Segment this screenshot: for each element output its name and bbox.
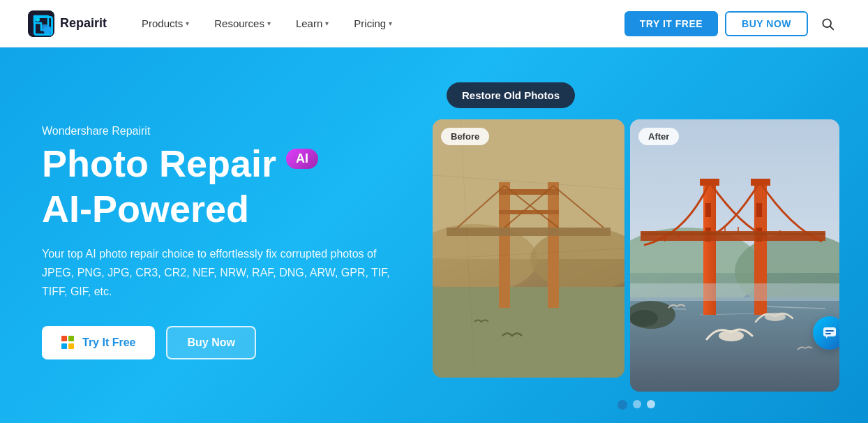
products-chevron: ▾ xyxy=(186,20,189,27)
chat-bubble-icon[interactable] xyxy=(813,316,839,350)
svg-rect-1 xyxy=(42,24,49,31)
svg-rect-23 xyxy=(433,119,624,378)
resources-label: Resources xyxy=(214,17,264,29)
search-button[interactable] xyxy=(815,11,840,36)
ai-badge: AI xyxy=(286,149,318,169)
hero-section: Wondershare Repairit Photo Repair AI AI-… xyxy=(0,47,868,423)
svg-line-4 xyxy=(830,26,834,29)
svg-rect-54 xyxy=(823,327,836,336)
chat-icon xyxy=(821,325,838,341)
svg-rect-56 xyxy=(825,333,831,334)
nav-item-products[interactable]: Products ▾ xyxy=(132,12,199,35)
hero-buttons: Try It Free Buy Now xyxy=(42,326,433,359)
carousel-dot-2[interactable] xyxy=(633,400,641,408)
svg-point-32 xyxy=(630,310,658,327)
hero-left: Wondershare Repairit Photo Repair AI AI-… xyxy=(42,111,433,359)
nav-item-resources[interactable]: Resources ▾ xyxy=(204,12,280,35)
svg-rect-38 xyxy=(705,203,711,217)
hero-description: Your top AI photo repair choice to effor… xyxy=(42,244,405,302)
nav-try-free-button[interactable]: TRY IT FREE xyxy=(624,11,718,36)
products-label: Products xyxy=(142,17,183,29)
photo-after-card: After xyxy=(630,119,839,392)
svg-rect-53 xyxy=(630,283,839,301)
nav-item-learn[interactable]: Learn ▾ xyxy=(286,12,338,35)
logo-icon xyxy=(28,10,54,37)
hero-try-free-button[interactable]: Try It Free xyxy=(42,326,155,359)
photo-before-card: Before xyxy=(433,119,624,378)
navbar: Repairit Products ▾ Resources ▾ Learn ▾ … xyxy=(0,0,868,47)
nav-item-pricing[interactable]: Pricing ▾ xyxy=(344,12,402,35)
before-label: Before xyxy=(441,128,489,145)
carousel-dot-3[interactable] xyxy=(647,400,655,408)
svg-point-2 xyxy=(36,17,40,22)
restore-old-photos-tab[interactable]: Restore Old Photos xyxy=(447,82,575,108)
resources-chevron: ▾ xyxy=(267,20,271,27)
svg-point-52 xyxy=(765,313,786,321)
hero-right: Restore Old Photos Before xyxy=(433,61,839,410)
svg-rect-50 xyxy=(641,232,825,235)
svg-rect-55 xyxy=(825,330,834,332)
nav-buy-now-button[interactable]: BUY NOW xyxy=(725,11,808,36)
learn-label: Learn xyxy=(296,17,322,29)
windows-logo-icon xyxy=(61,336,75,350)
hero-buy-now-button[interactable]: Buy Now xyxy=(166,326,255,359)
hero-title-line2: AI-Powered xyxy=(42,188,433,230)
svg-point-51 xyxy=(719,330,744,341)
pricing-chevron: ▾ xyxy=(389,20,392,27)
pricing-label: Pricing xyxy=(354,17,386,29)
carousel-dot-1[interactable] xyxy=(618,400,627,410)
search-icon xyxy=(821,17,835,31)
after-bridge-illustration xyxy=(630,119,839,392)
after-label: After xyxy=(638,128,679,145)
before-bridge-illustration xyxy=(433,119,624,378)
hero-title-line1: Photo Repair xyxy=(42,143,276,184)
logo-text: Repairit xyxy=(60,16,107,31)
carousel-dots xyxy=(618,400,655,410)
svg-rect-40 xyxy=(756,203,762,217)
hero-subtitle: Wondershare Repairit xyxy=(42,125,433,138)
svg-rect-0 xyxy=(28,10,54,37)
logo[interactable]: Repairit xyxy=(28,10,107,37)
nav-actions: TRY IT FREE BUY NOW xyxy=(624,11,840,36)
nav-items: Products ▾ Resources ▾ Learn ▾ Pricing ▾ xyxy=(132,12,624,35)
photo-comparison: Before xyxy=(433,119,839,392)
try-free-label: Try It Free xyxy=(82,336,135,349)
learn-chevron: ▾ xyxy=(325,20,329,27)
